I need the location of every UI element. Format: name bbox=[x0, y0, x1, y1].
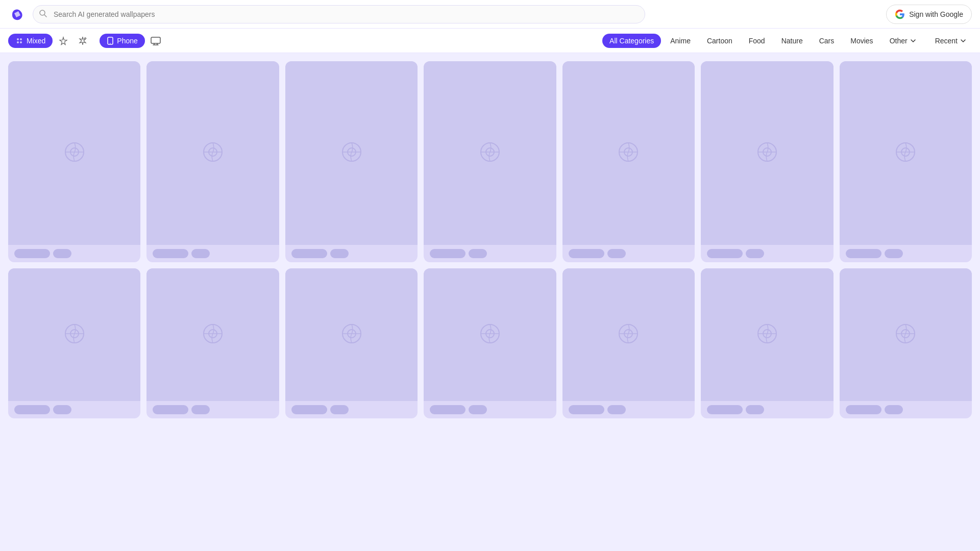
card-footer bbox=[701, 401, 833, 418]
svg-point-6 bbox=[85, 37, 86, 39]
search-bar bbox=[33, 5, 645, 23]
card-loading[interactable] bbox=[701, 61, 833, 262]
card-loading[interactable] bbox=[285, 268, 418, 418]
mixed-icon bbox=[15, 37, 23, 45]
view-toggle-group: Mixed bbox=[8, 32, 91, 49]
card-footer bbox=[562, 401, 695, 418]
device-toggle-group: Phone bbox=[100, 32, 164, 49]
card-image-placeholder bbox=[562, 268, 695, 401]
card-loading[interactable] bbox=[146, 61, 279, 262]
card-tag-narrow bbox=[330, 405, 349, 414]
category-movies[interactable]: Movies bbox=[843, 34, 880, 48]
card-tag-narrow bbox=[607, 249, 626, 258]
card-footer bbox=[146, 401, 279, 418]
image-placeholder-icon bbox=[201, 322, 225, 347]
card-footer bbox=[285, 245, 418, 262]
image-placeholder-icon bbox=[478, 322, 502, 347]
image-placeholder-icon bbox=[62, 322, 87, 347]
sign-in-button[interactable]: Sign with Google bbox=[886, 5, 972, 24]
card-tag-narrow bbox=[607, 405, 626, 414]
card-loading[interactable] bbox=[562, 61, 695, 262]
card-tag-wide bbox=[291, 249, 327, 258]
card-loading[interactable] bbox=[8, 61, 140, 262]
category-anime[interactable]: Anime bbox=[663, 34, 698, 48]
card-loading[interactable] bbox=[424, 61, 556, 262]
card-tag-narrow bbox=[746, 405, 764, 414]
category-other-dropdown[interactable]: Other bbox=[883, 34, 922, 48]
categories: All Categories Anime Cartoon Food Nature… bbox=[602, 34, 972, 48]
card-tag-narrow bbox=[53, 405, 71, 414]
svg-point-4 bbox=[17, 41, 19, 43]
card-footer bbox=[840, 245, 972, 262]
svg-rect-9 bbox=[151, 37, 160, 43]
card-tag-narrow bbox=[885, 405, 903, 414]
card-footer bbox=[146, 245, 279, 262]
svg-point-8 bbox=[110, 43, 111, 44]
category-cars[interactable]: Cars bbox=[812, 34, 842, 48]
image-placeholder-icon bbox=[616, 322, 641, 347]
card-image-placeholder bbox=[424, 268, 556, 401]
card-footer bbox=[285, 401, 418, 418]
card-footer bbox=[701, 245, 833, 262]
card-loading[interactable] bbox=[424, 268, 556, 418]
card-loading[interactable] bbox=[146, 268, 279, 418]
card-image-placeholder bbox=[424, 61, 556, 245]
card-image-placeholder bbox=[701, 61, 833, 245]
card-tag-wide bbox=[707, 249, 743, 258]
header: Sign with Google bbox=[0, 0, 980, 29]
card-loading[interactable] bbox=[840, 268, 972, 418]
category-all[interactable]: All Categories bbox=[602, 34, 661, 48]
mixed-label: Mixed bbox=[27, 37, 45, 45]
card-tag-wide bbox=[153, 405, 188, 414]
category-cartoon[interactable]: Cartoon bbox=[700, 34, 740, 48]
image-placeholder-icon bbox=[339, 322, 364, 347]
card-tag-narrow bbox=[53, 249, 71, 258]
card-tag-wide bbox=[846, 249, 881, 258]
card-image-placeholder bbox=[840, 268, 972, 401]
card-loading[interactable] bbox=[285, 61, 418, 262]
card-tag-wide bbox=[430, 405, 465, 414]
card-tag-narrow bbox=[469, 249, 487, 258]
phone-icon bbox=[107, 37, 114, 45]
svg-line-1 bbox=[44, 15, 46, 17]
category-nature[interactable]: Nature bbox=[774, 34, 810, 48]
sparkle-button[interactable] bbox=[55, 32, 72, 49]
card-footer bbox=[562, 245, 695, 262]
mixed-button[interactable]: Mixed bbox=[8, 34, 53, 48]
card-tag-narrow bbox=[885, 249, 903, 258]
card-tag-wide bbox=[569, 249, 604, 258]
card-tag-wide bbox=[14, 405, 50, 414]
card-tag-narrow bbox=[330, 249, 349, 258]
card-loading[interactable] bbox=[8, 268, 140, 418]
chevron-down-icon-recent bbox=[960, 37, 967, 44]
nav-row: Mixed Phone bbox=[0, 29, 980, 53]
card-tag-narrow bbox=[191, 405, 210, 414]
image-placeholder-icon bbox=[62, 141, 87, 165]
card-tag-wide bbox=[14, 249, 50, 258]
card-image-placeholder bbox=[840, 61, 972, 245]
card-image-placeholder bbox=[701, 268, 833, 401]
card-loading[interactable] bbox=[562, 268, 695, 418]
svg-point-2 bbox=[17, 38, 19, 40]
search-input[interactable] bbox=[33, 5, 645, 23]
card-tag-narrow bbox=[469, 405, 487, 414]
sparkle2-icon bbox=[78, 36, 87, 45]
sparkle2-button[interactable] bbox=[74, 32, 91, 49]
image-placeholder-icon bbox=[755, 141, 779, 165]
phone-button[interactable]: Phone bbox=[100, 34, 144, 48]
phone-label: Phone bbox=[117, 37, 137, 45]
card-image-placeholder bbox=[8, 61, 140, 245]
card-image-placeholder bbox=[8, 268, 140, 401]
card-loading[interactable] bbox=[840, 61, 972, 262]
recent-dropdown[interactable]: Recent bbox=[928, 34, 972, 48]
logo bbox=[8, 5, 27, 23]
card-image-placeholder bbox=[285, 268, 418, 401]
svg-point-3 bbox=[20, 38, 22, 40]
card-tag-wide bbox=[846, 405, 881, 414]
category-food[interactable]: Food bbox=[742, 34, 772, 48]
card-tag-narrow bbox=[191, 249, 210, 258]
card-loading[interactable] bbox=[701, 268, 833, 418]
image-placeholder-icon bbox=[478, 141, 502, 165]
desktop-button[interactable] bbox=[147, 32, 164, 49]
card-footer bbox=[424, 245, 556, 262]
